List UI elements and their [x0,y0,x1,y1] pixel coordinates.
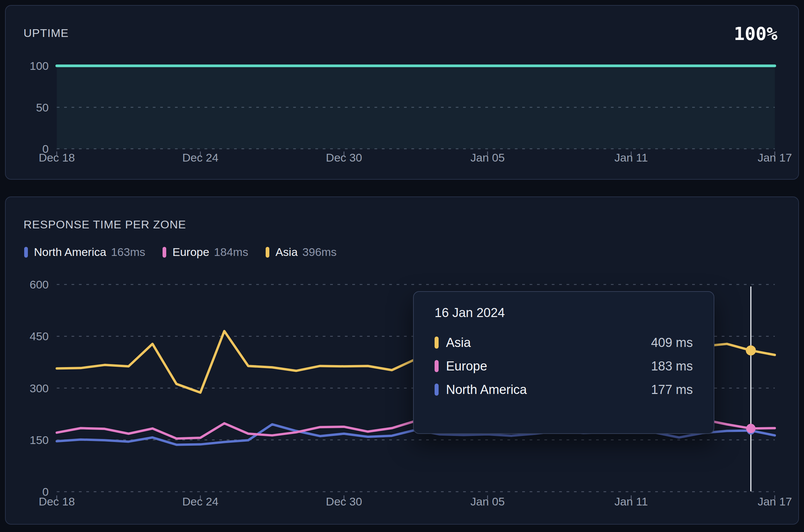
svg-text:Dec 24: Dec 24 [183,151,218,164]
svg-text:Dec 30: Dec 30 [326,495,362,508]
tooltip-date: 16 Jan 2024 [435,305,693,321]
svg-text:100: 100 [30,59,49,72]
tooltip-row-europe: Europe 183 ms [435,354,693,378]
svg-text:Dec 30: Dec 30 [326,151,362,164]
svg-text:300: 300 [30,382,49,395]
svg-text:Jan 17: Jan 17 [758,495,792,508]
svg-text:Dec 18: Dec 18 [39,151,75,164]
tooltip-series-value: 183 ms [651,359,693,374]
tooltip-marker-europe [435,360,439,372]
uptime-chart-svg[interactable]: 050100Dec 18Dec 24Dec 30Jan 05Jan 11Jan … [6,6,798,179]
svg-text:50: 50 [36,101,49,114]
tooltip-row-asia: Asia 409 ms [435,331,693,354]
chart-tooltip: 16 Jan 2024 Asia 409 ms Europe 183 ms No… [413,291,714,434]
tooltip-series-name: North America [446,382,527,397]
tooltip-row-north-america: North America 177 ms [435,378,693,401]
tooltip-marker-north-america [435,383,439,396]
svg-text:150: 150 [30,434,49,446]
tooltip-marker-asia [435,337,439,349]
svg-text:Jan 11: Jan 11 [615,151,648,164]
svg-text:Jan 05: Jan 05 [471,495,505,508]
uptime-panel: UPTIME 100% 050100Dec 18Dec 24Dec 30Jan … [5,5,799,180]
svg-text:Jan 11: Jan 11 [615,495,648,508]
tooltip-series-name: Europe [446,359,487,374]
svg-text:Dec 18: Dec 18 [39,495,75,508]
tooltip-series-value: 409 ms [651,336,693,350]
tooltip-series-value: 177 ms [651,382,693,397]
svg-text:450: 450 [30,330,49,343]
tooltip-series-name: Asia [446,336,471,350]
svg-text:Dec 24: Dec 24 [183,495,218,508]
response-time-panel: RESPONSE TIME PER ZONE North America 163… [5,196,799,525]
svg-text:Jan 17: Jan 17 [758,151,792,164]
svg-text:600: 600 [30,278,49,291]
svg-text:Jan 05: Jan 05 [471,151,505,164]
